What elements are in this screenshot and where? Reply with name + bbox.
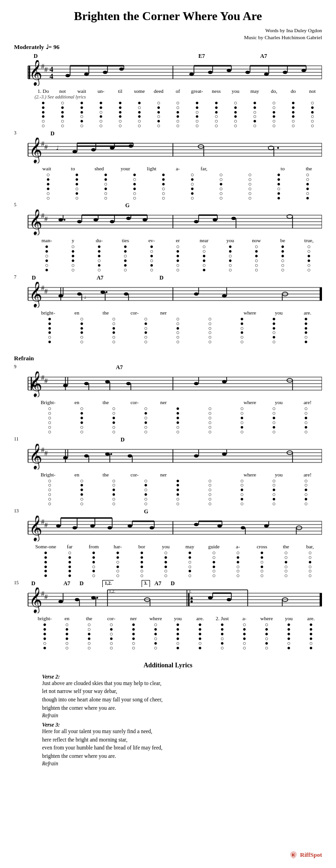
svg-text:#: # bbox=[41, 212, 44, 219]
lyric-8-10: a- bbox=[233, 616, 255, 621]
lyric-4-5: ner bbox=[149, 310, 178, 315]
lyric-6-6 bbox=[178, 472, 236, 477]
lyric-3-10: be bbox=[270, 238, 296, 243]
svg-text:♩: ♩ bbox=[84, 295, 86, 300]
chord-D-6: D bbox=[31, 580, 36, 587]
lyric-6-2: en bbox=[63, 472, 92, 477]
svg-point-31 bbox=[264, 72, 269, 76]
lyric-7-3: from bbox=[82, 544, 106, 549]
lyric-7-6: you bbox=[154, 544, 178, 549]
lyric-7-2: far bbox=[57, 544, 81, 549]
lyric-4-7: where bbox=[236, 310, 265, 315]
lyric-6-4: cor- bbox=[120, 472, 149, 477]
lyric-5-8: you bbox=[265, 399, 293, 405]
lyric-6-9: are! bbox=[293, 472, 322, 477]
lyric-2-8 bbox=[217, 166, 270, 171]
lyric-4-2: en bbox=[63, 310, 92, 315]
lyric-1-4: un- bbox=[91, 88, 110, 94]
svg-point-27 bbox=[227, 69, 231, 72]
tempo-bpm: ♩= 96 bbox=[46, 43, 60, 51]
staff-6: 11 D 𝄞 # # bbox=[14, 436, 322, 508]
lyric-3-1: man- bbox=[34, 238, 60, 243]
svg-text:#: # bbox=[44, 594, 48, 601]
volta-1-2: 1,2. bbox=[102, 580, 114, 587]
svg-point-18 bbox=[103, 70, 107, 74]
lyric-7-10: cross bbox=[250, 544, 274, 549]
svg-text:#: # bbox=[41, 285, 44, 292]
svg-point-91 bbox=[194, 220, 199, 224]
measure-num-11: 11 bbox=[14, 436, 22, 443]
svg-point-29 bbox=[245, 70, 250, 74]
svg-point-80 bbox=[77, 220, 82, 224]
chord-D-7: D bbox=[79, 580, 84, 587]
svg-point-53 bbox=[91, 148, 96, 152]
svg-point-33 bbox=[283, 70, 287, 74]
staff-svg-7: 𝄞 # # bbox=[14, 516, 322, 541]
chord-A7-1: A7 bbox=[260, 53, 322, 60]
svg-point-171 bbox=[84, 454, 89, 457]
svg-point-240 bbox=[191, 597, 193, 600]
verse2-line1: Just above are clouded skies that you ma… bbox=[42, 680, 161, 686]
svg-text:𝄞: 𝄞 bbox=[29, 588, 42, 613]
svg-point-173 bbox=[105, 452, 110, 455]
svg-point-207 bbox=[150, 526, 154, 529]
lyric-1-1: 1. Do bbox=[34, 88, 53, 94]
svg-text:𝄞: 𝄞 bbox=[29, 444, 42, 469]
lyric-3-6: er bbox=[164, 238, 191, 243]
attribution: Words by Ina Duley Ogdon Music by Charle… bbox=[14, 27, 322, 42]
svg-point-120 bbox=[124, 292, 129, 295]
lyric-7-4: har- bbox=[106, 544, 129, 549]
staff-svg-8: 𝄞 # # 1,2. 3. bbox=[14, 588, 322, 613]
lyric-5-7: where bbox=[236, 399, 265, 405]
svg-text:♩: ♩ bbox=[56, 145, 59, 151]
svg-point-241 bbox=[191, 601, 193, 603]
lyric-5-1: Bright- bbox=[34, 399, 63, 405]
lyric-2-4: your bbox=[112, 166, 138, 171]
staff-3: 5 G 𝄞 # # bbox=[14, 202, 322, 274]
svg-point-35 bbox=[301, 69, 306, 72]
lyric-1-6: some bbox=[130, 88, 149, 94]
svg-point-212 bbox=[217, 524, 222, 527]
svg-point-86 bbox=[126, 217, 131, 220]
lyric-1-2: not bbox=[53, 88, 72, 94]
svg-point-65 bbox=[277, 147, 279, 149]
lyric-3-4: ties bbox=[112, 238, 138, 243]
lyric-5-9: are! bbox=[293, 399, 322, 405]
svg-point-152 bbox=[194, 382, 199, 385]
staff-svg-4: 𝄞 # # ♩ bbox=[14, 282, 322, 308]
attribution-line1: Words by Ina Duley Ogdon bbox=[14, 27, 322, 34]
svg-text:𝄞: 𝄞 bbox=[29, 282, 42, 308]
svg-text:𝄞: 𝄞 bbox=[29, 60, 42, 86]
lyric-2-3: shed bbox=[86, 166, 112, 171]
lyric-8-5: ner bbox=[122, 616, 144, 621]
lyric-4-8: you bbox=[265, 310, 293, 315]
staff-5: 9 A7 𝄞 # # bbox=[14, 364, 322, 436]
lyric-5-6 bbox=[178, 399, 236, 405]
lyric-8-9: 2. Just bbox=[211, 616, 233, 621]
lyric-3-8: you bbox=[217, 238, 243, 243]
lyric-1-10: ness bbox=[207, 88, 226, 94]
lyric-8-13: are. bbox=[300, 616, 322, 621]
staff-8: 15 D A7 D 1,2. 3. A7 D 𝄞 # # 1,2. bbox=[14, 580, 322, 652]
watermark-text: RiffSpot bbox=[300, 851, 322, 859]
svg-point-179 bbox=[194, 454, 199, 457]
svg-text:4: 4 bbox=[50, 72, 53, 80]
staff-7: 13 G 𝄞 # # bbox=[14, 508, 322, 580]
svg-point-196 bbox=[56, 524, 61, 527]
svg-point-176 bbox=[128, 454, 132, 457]
svg-text:#: # bbox=[41, 518, 44, 525]
lyric-5-4: cor- bbox=[120, 399, 149, 405]
svg-text:#: # bbox=[41, 140, 44, 147]
chord-D-5: D bbox=[121, 436, 125, 443]
chord-D-2: D bbox=[50, 130, 55, 137]
lyric-8-6: where bbox=[144, 616, 166, 621]
lyric-1-8: of bbox=[168, 88, 187, 94]
lyric-3-5: ev- bbox=[138, 238, 164, 243]
lyric-6-7: where bbox=[236, 472, 265, 477]
lyric-4-9: are. bbox=[293, 310, 322, 315]
chord-A7-4: A7 bbox=[64, 580, 71, 587]
lyric-1-3: wait bbox=[72, 88, 91, 94]
measure-num-13: 13 bbox=[14, 508, 22, 515]
lyric-2-7: far, bbox=[191, 166, 217, 171]
riffspot-icon bbox=[289, 850, 298, 860]
